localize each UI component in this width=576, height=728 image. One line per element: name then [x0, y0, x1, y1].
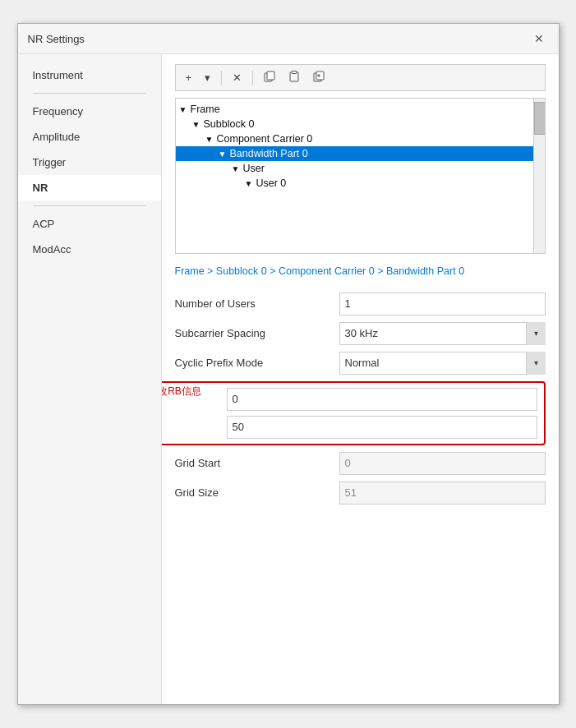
sidebar-divider-1 — [33, 93, 146, 94]
input-grid-size — [339, 481, 546, 505]
tree-content: ▼ Frame ▼ Subblock 0 ▼ Component Carrier… — [176, 99, 545, 194]
input-grid-start — [339, 452, 546, 475]
dialog-title: NR Settings — [28, 33, 85, 45]
form-row-subcarrier-spacing: Subcarrier Spacing 30 kHz ▾ — [175, 322, 546, 345]
tree-item-bwp0[interactable]: ▼ Bandwidth Part 0 — [176, 146, 533, 161]
tree-item-cc0[interactable]: ▼ Component Carrier 0 — [176, 131, 533, 146]
highlight-section: RB Offset Number of RBs — [162, 381, 546, 445]
tree-arrow-bwp0: ▼ — [219, 150, 228, 159]
select-subcarrier-spacing[interactable]: 30 kHz — [339, 322, 546, 345]
label-cyclic-prefix: Cyclic Prefix Mode — [175, 357, 339, 369]
tree-arrow-user0: ▼ — [245, 179, 255, 188]
clone-icon — [313, 72, 325, 85]
add-icon: + — [186, 71, 192, 84]
label-rb-offset: RB Offset — [162, 393, 227, 405]
select-wrapper-cyclic: Normal Extended ▾ — [339, 352, 546, 375]
paste-icon — [288, 72, 300, 85]
sidebar-item-trigger[interactable]: Trigger — [18, 150, 161, 175]
sidebar-item-acp[interactable]: ACP — [18, 211, 161, 237]
paste-button[interactable] — [283, 68, 305, 87]
select-cyclic-prefix[interactable]: Normal Extended — [339, 352, 546, 375]
label-num-users: Number of Users — [175, 297, 339, 310]
sidebar: Instrument Frequency Amplitude Trigger N… — [18, 54, 162, 704]
tree-arrow-subblock0: ▼ — [192, 120, 202, 129]
dropdown-arrow-icon: ▾ — [205, 71, 210, 84]
delete-button[interactable]: ✕ — [228, 69, 247, 86]
clone-button[interactable] — [308, 68, 329, 87]
label-grid-start: Grid Start — [175, 457, 339, 469]
tree-scroll-thumb[interactable] — [534, 102, 546, 135]
copy-icon — [264, 72, 275, 85]
toolbar: + ▾ ✕ — [175, 64, 546, 91]
sidebar-item-instrument[interactable]: Instrument — [18, 62, 161, 88]
add-button[interactable]: + — [181, 69, 197, 86]
tree-item-frame[interactable]: ▼ Frame — [176, 102, 533, 117]
form-row-grid-size: Grid Size — [175, 481, 546, 505]
label-grid-size: Grid Size — [175, 486, 339, 499]
dropdown-button[interactable]: ▾ — [200, 69, 215, 86]
title-bar: NR Settings ✕ — [18, 24, 559, 54]
sidebar-item-modacc[interactable]: ModAcc — [18, 237, 161, 262]
tree-arrow-cc0: ▼ — [205, 135, 215, 144]
sidebar-item-frequency[interactable]: Frequency — [18, 99, 161, 124]
sidebar-item-amplitude[interactable]: Amplitude — [18, 124, 161, 150]
form-row-cyclic-prefix: Cyclic Prefix Mode Normal Extended ▾ — [175, 352, 546, 375]
form-row-grid-start: Grid Start — [175, 452, 546, 475]
form-row-rb-offset: RB Offset — [162, 388, 537, 411]
tree-item-user[interactable]: ▼ User — [176, 161, 533, 176]
tree-item-user0[interactable]: ▼ User 0 — [176, 176, 533, 191]
sidebar-divider-2 — [33, 205, 146, 206]
delete-icon: ✕ — [233, 71, 242, 84]
svg-rect-1 — [267, 71, 274, 80]
tree-item-subblock0[interactable]: ▼ Subblock 0 — [176, 117, 533, 131]
toolbar-separator-2 — [252, 71, 253, 85]
input-num-users[interactable] — [339, 293, 546, 316]
form-row-num-rbs: Number of RBs — [162, 416, 537, 439]
input-num-rbs[interactable] — [227, 416, 537, 439]
form-row-num-users: Number of Users — [175, 293, 546, 316]
tree-arrow-frame: ▼ — [179, 105, 189, 114]
label-num-rbs: Number of RBs — [162, 421, 227, 433]
dialog-body: Instrument Frequency Amplitude Trigger N… — [18, 54, 559, 704]
close-button[interactable]: ✕ — [529, 30, 549, 47]
main-content: + ▾ ✕ — [162, 54, 559, 704]
nr-settings-dialog: NR Settings ✕ Instrument Frequency Ampli… — [17, 23, 560, 705]
select-wrapper-subcarrier: 30 kHz ▾ — [339, 322, 546, 345]
tree-arrow-user: ▼ — [232, 164, 242, 173]
svg-rect-3 — [292, 71, 297, 74]
tree-container: ▼ Frame ▼ Subblock 0 ▼ Component Carrier… — [175, 98, 546, 254]
form-area: Number of Users Subcarrier Spacing 30 kH… — [175, 293, 546, 505]
tree-scrollbar[interactable] — [533, 99, 545, 253]
annotation-wrapper: 对照RFmx WFC侧设置修改RB信息 RB Offset Number of … — [175, 381, 546, 452]
copy-button[interactable] — [259, 68, 280, 87]
sidebar-item-nr[interactable]: NR — [18, 175, 161, 200]
toolbar-separator-1 — [221, 71, 222, 85]
label-subcarrier-spacing: Subcarrier Spacing — [175, 327, 339, 339]
input-rb-offset[interactable] — [227, 388, 537, 411]
breadcrumb: Frame > Subblock 0 > Component Carrier 0… — [175, 264, 546, 279]
